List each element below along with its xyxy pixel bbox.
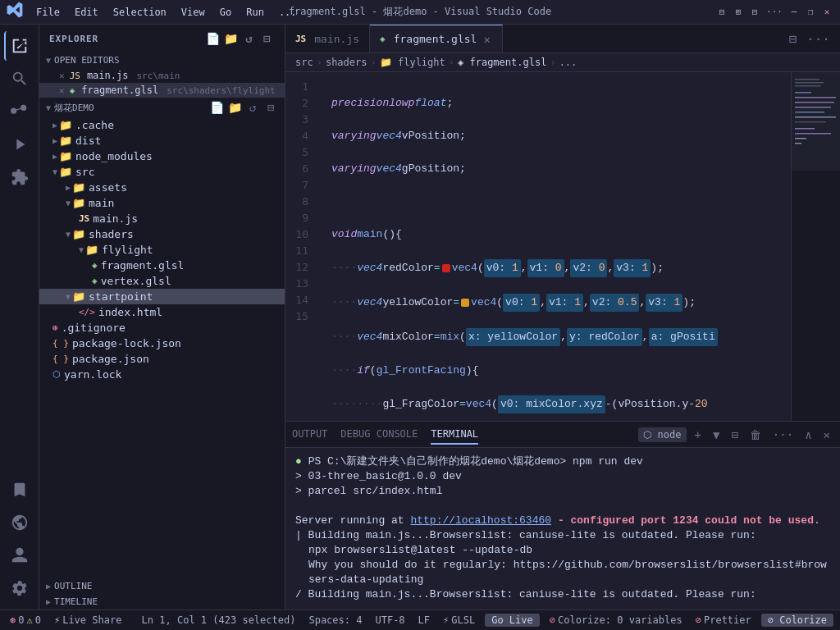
new-folder-button[interactable]: 📁 [224,31,239,46]
menu-selection[interactable]: Selection [107,5,173,20]
tree-item-flylight[interactable]: ▼ 📁 flylight [39,242,285,258]
open-editor-fragment-glsl[interactable]: ✕ ◈ fragment.glsl src\shaders\flylight [39,83,285,98]
close-button[interactable]: ✕ [820,6,833,19]
close-main-js-icon[interactable]: ✕ [59,71,65,81]
restore-button[interactable]: ❐ [804,6,817,19]
assets-folder-icon: 📁 [72,181,85,194]
tree-item-src[interactable]: ▼ 📁 src [39,164,285,180]
tree-item-shaders[interactable]: ▼ 📁 shaders [39,226,285,242]
open-editors-section[interactable]: ▼ OPEN EDITORS [39,52,285,68]
tree-item-node-modules[interactable]: ▶ 📁 node_modules [39,148,285,164]
statusbar-spaces[interactable]: Spaces: 4 [305,614,365,627]
run-debug-activity-icon[interactable] [5,130,34,159]
bc-fragment[interactable]: ◈ fragment.glsl [458,57,546,68]
statusbar-liveshare[interactable]: ⚡ Live Share [51,614,125,626]
tree-item-yarn-lock[interactable]: ⬡ yarn.lock [39,367,285,382]
menu-view[interactable]: View [175,5,212,20]
tree-item-index-html[interactable]: </> index.html [39,304,285,320]
menu-go[interactable]: Go [213,5,238,20]
panel-tab-terminal[interactable]: TERMINAL [431,425,478,445]
tab-fragment-close[interactable]: ✕ [482,32,491,47]
project-section[interactable]: ▼ 烟花DEMO 📄 📁 ↺ ⊟ [39,98,285,117]
statusbar-eol[interactable]: LF [415,614,433,627]
statusbar-position[interactable]: Ln 1, Col 1 (423 selected) [139,614,299,627]
split-editor-button[interactable]: ⊟ [785,30,800,48]
bc-src[interactable]: src [295,57,313,68]
terminal-server-link[interactable]: http://localhost:63460 [410,514,551,527]
tree-item-main-js[interactable]: JS main.js [39,211,285,226]
terminal-line-build2: / Building main.js...Browserslist: caniu… [295,587,830,602]
tree-label-fragment-glsl: fragment.glsl [101,259,185,272]
tree-item-package-json[interactable]: { } package.json [39,351,285,367]
tree-item-fragment-glsl[interactable]: ◈ fragment.glsl [39,258,285,273]
search-activity-icon[interactable] [5,64,34,94]
panel-close-button[interactable]: ✕ [820,427,833,443]
statusbar-golive[interactable]: Go Live [485,614,540,627]
bc-flylight[interactable]: 📁 flylight [380,57,445,68]
bc-more[interactable]: ... [559,57,578,68]
panel-tab-output[interactable]: OUTPUT [292,425,327,445]
terminal-add-button[interactable]: + [692,427,705,443]
menu-file[interactable]: File [30,5,66,20]
source-control-activity-icon[interactable] [5,97,34,126]
statusbar-encoding[interactable]: UTF-8 [372,614,408,627]
tree-item-package-lock[interactable]: { } package-lock.json [39,336,285,351]
extensions-activity-icon[interactable] [5,162,34,192]
outline-label: OUTLINE [54,581,92,591]
menu-edit[interactable]: Edit [68,5,105,20]
terminal-line-sers: sers-data-updating [295,573,830,587]
terminal-content[interactable]: ● PS C:\新建文件夹\自己制作的烟花demo\烟花demo> npm ru… [285,448,840,609]
new-file-button[interactable]: 📄 [206,31,221,46]
collapse-explorer-button[interactable]: ⊟ [260,31,275,46]
terminal-split-button[interactable]: ⊟ [728,427,741,443]
close-fragment-glsl-icon[interactable]: ✕ [59,85,65,96]
project-collapse[interactable]: ⊟ [263,100,278,115]
statusbar-prettier[interactable]: ⊘ Prettier [692,614,755,627]
refresh-explorer-button[interactable]: ↺ [242,31,257,46]
open-editor-main-js-path: src\main [136,71,180,81]
liveshare-icon: ⚡ [54,614,60,626]
statusbar-colorize[interactable]: ⊘ Colorize [761,614,833,627]
open-editor-main-js[interactable]: ✕ JS main.js src\main [39,68,285,83]
layout-icon[interactable]: ⊟ [715,6,728,19]
tree-item-gitignore[interactable]: ⊛ .gitignore [39,320,285,336]
menu-run[interactable]: Run [240,5,271,20]
terminal-trash-button[interactable]: 🗑 [746,427,765,443]
outline-section[interactable]: ▶ OUTLINE [39,578,285,594]
statusbar-colorize-vars[interactable]: ⊘ Colorize: 0 variables [546,614,686,627]
remote-activity-icon[interactable] [5,508,34,537]
code-content[interactable]: precision lowp float; varying vec4 vPosi… [322,72,791,421]
panels-icon[interactable]: ⊟ [748,6,761,19]
code-editor[interactable]: 12345 678910 1112131415 precision lowp f… [285,72,840,421]
tree-item-vertex-glsl[interactable]: ◈ vertex.glsl [39,273,285,289]
minimap [791,72,840,421]
tree-item-cache[interactable]: ▶ 📁 .cache [39,117,285,133]
project-new-file[interactable]: 📄 [209,100,224,115]
timeline-section[interactable]: ▶ TIMELINE [39,594,285,609]
terminal-dropdown-button[interactable]: ▼ [710,427,723,443]
tab-main-js[interactable]: JS main.js [285,25,370,53]
bookmarks-activity-icon[interactable] [5,475,34,504]
minimize-button[interactable]: ─ [788,6,801,19]
statusbar-language[interactable]: ⚡ GLSL [440,614,478,627]
bc-shaders[interactable]: shaders [326,57,368,68]
terminal-maximize-button[interactable]: ∧ [801,427,815,443]
tree-item-startpoint[interactable]: ▼ 📁 startpoint [39,289,285,304]
tree-item-main-folder[interactable]: ▼ 📁 main [39,195,285,211]
project-refresh[interactable]: ↺ [245,100,260,115]
tree-item-dist[interactable]: ▶ 📁 dist [39,133,285,148]
terminal-more-button[interactable]: ··· [769,427,797,443]
tree-label-flylight: flylight [102,244,153,256]
more-actions[interactable]: ··· [765,6,784,19]
tab-fragment-glsl[interactable]: ◈ fragment.glsl ✕ [370,25,503,53]
accounts-activity-icon[interactable] [5,541,34,570]
statusbar-errors[interactable]: ⊛ 0 ⚠ 0 [7,614,44,626]
explorer-activity-icon[interactable] [4,31,34,61]
panel-tab-debug[interactable]: DEBUG CONSOLE [340,425,418,445]
project-new-folder[interactable]: 📁 [227,100,242,115]
tree-item-assets[interactable]: ▶ 📁 assets [39,180,285,195]
settings-activity-icon[interactable] [5,573,34,603]
split-icon[interactable]: ⊞ [732,6,745,19]
terminal-why-text: Why you should do it regularly: https://… [308,559,827,571]
more-actions-button[interactable]: ··· [803,30,833,48]
